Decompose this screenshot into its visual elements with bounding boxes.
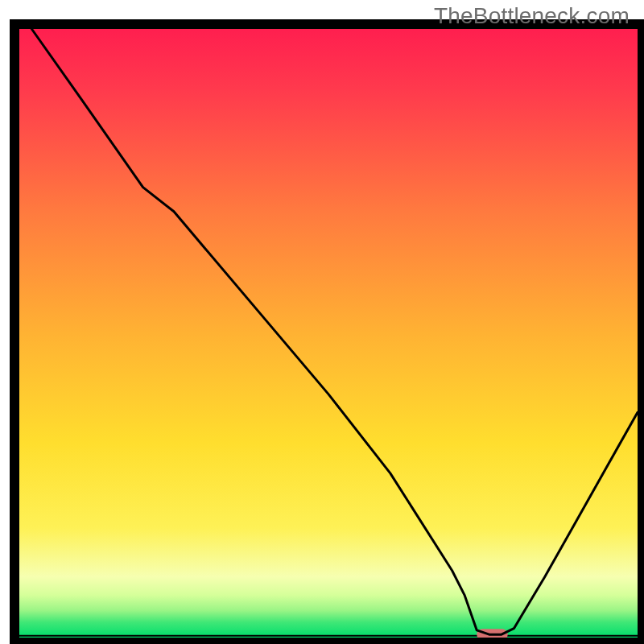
gradient-background	[19, 29, 638, 638]
chart-container: TheBottleneck.com	[0, 0, 644, 644]
watermark-text: TheBottleneck.com	[434, 3, 630, 29]
bottleneck-chart	[0, 0, 644, 644]
